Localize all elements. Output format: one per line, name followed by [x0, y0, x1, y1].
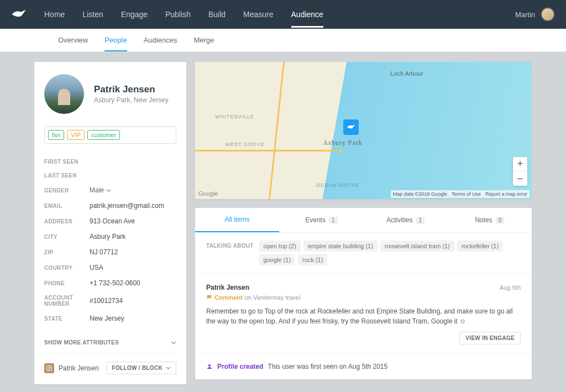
tag-fan[interactable]: fan — [48, 130, 64, 140]
map-zoom-out[interactable]: − — [513, 171, 527, 186]
nav-publish[interactable]: Publish — [165, 1, 191, 28]
feed-type: Comment on Vandermay travel — [206, 294, 300, 301]
map-terms-link[interactable]: Terms of Use — [452, 191, 481, 197]
subnav-overview[interactable]: Overview — [58, 29, 88, 51]
tab-activities-count: 1 — [416, 217, 425, 224]
subnav-merge[interactable]: Merge — [193, 29, 214, 51]
map-zoom-in[interactable]: + — [513, 157, 527, 171]
attr-last-seen-label: LAST SEEN — [44, 173, 90, 179]
topic-tag[interactable]: rock (1) — [298, 254, 327, 265]
nav-engage[interactable]: Engage — [121, 1, 148, 28]
talking-about-tags: open top (2) empire state building (1) r… — [259, 241, 521, 265]
nav-measure[interactable]: Measure — [243, 1, 273, 28]
tab-all-items[interactable]: All items — [195, 208, 279, 232]
activity-tabs: All items Events1 Activities1 Notes0 — [195, 208, 532, 233]
nav-listen[interactable]: Listen — [82, 1, 103, 28]
topic-tag[interactable]: google (1) — [259, 254, 296, 265]
tab-events-label: Events — [305, 216, 326, 224]
attr-country-label: COUNTRY — [44, 265, 90, 271]
map-view[interactable]: Asbury Park Loch Arbour WHITESVILLE WEST… — [195, 62, 532, 199]
tag-input[interactable]: fan VIP customer — [44, 126, 176, 144]
user-menu[interactable]: Martin — [515, 7, 555, 22]
chevron-down-icon — [106, 188, 111, 193]
nav-home[interactable]: Home — [44, 1, 65, 28]
comment-icon — [206, 294, 212, 300]
gender-select[interactable]: Male — [90, 186, 111, 194]
map-place4-label: WEST GROVE — [226, 142, 265, 147]
map-place2-label: Loch Arbour — [390, 70, 423, 77]
attr-city-label: CITY — [44, 234, 90, 240]
nav-audience[interactable]: Audience — [291, 1, 323, 28]
tab-notes[interactable]: Notes0 — [448, 208, 532, 232]
show-more-label: SHOW MORE ATTRIBUTES — [44, 339, 119, 346]
main-column: Asbury Park Loch Arbour WHITESVILLE WEST… — [195, 62, 532, 384]
chevron-down-icon — [171, 340, 176, 346]
attr-email-value: patrik.jensen@gmail.com — [90, 202, 164, 210]
subnav-people[interactable]: People — [104, 29, 127, 51]
social-account-name: Patrik Jensen — [59, 364, 99, 372]
feed-type-label: Comment — [214, 294, 243, 301]
attr-phone-label: PHONE — [44, 280, 90, 286]
map-pin-icon — [343, 119, 359, 135]
attr-address-value: 913 Ocean Ave — [90, 217, 135, 225]
tab-events[interactable]: Events1 — [279, 208, 363, 232]
attr-state-label: STATE — [44, 316, 90, 322]
show-more-attributes[interactable]: SHOW MORE ATTRIBUTES — [44, 334, 176, 353]
profile-sidebar: Patrik Jensen Asbury Park, New Jersey fa… — [34, 62, 186, 384]
attr-email-label: EMAIL — [44, 203, 90, 209]
talking-about-section: TALKING ABOUT open top (2) empire state … — [195, 233, 532, 274]
topic-tag[interactable]: roosevelt island tram (1) — [380, 241, 454, 252]
profile-avatar-icon — [44, 74, 84, 114]
activity-panel: All items Events1 Activities1 Notes0 TAL… — [195, 208, 532, 379]
follow-block-button[interactable]: FOLLOW / BLOCK — [107, 362, 176, 374]
view-in-engage-button[interactable]: VIEW IN ENGAGE — [459, 332, 521, 344]
google-logo: Google — [198, 190, 218, 197]
instagram-icon — [44, 363, 54, 373]
map-place5-label: OCEAN GROVE — [316, 182, 359, 188]
chevron-down-icon — [166, 365, 171, 370]
top-nav: Home Listen Engage Publish Build Measure… — [0, 0, 566, 29]
profile-location: Asbury Park, New Jersey — [94, 96, 169, 104]
attr-first-seen-label: FIRST SEEN — [44, 159, 90, 165]
user-avatar-icon — [541, 7, 555, 22]
tab-activities[interactable]: Activities1 — [364, 208, 448, 232]
feed-on-text: on Vandermay travel — [245, 294, 301, 301]
user-icon — [206, 363, 213, 370]
attr-address-label: ADDRESS — [44, 218, 90, 224]
tag-customer[interactable]: customer — [87, 130, 120, 140]
feed-date: Aug 5th — [500, 284, 521, 291]
map-place3-label: WHITESVILLE — [216, 114, 255, 119]
svg-point-2 — [50, 366, 51, 367]
tab-notes-label: Notes — [475, 216, 492, 224]
svg-rect-0 — [47, 365, 52, 370]
profile-header: Patrik Jensen Asbury Park, New Jersey — [44, 74, 176, 114]
gender-value: Male — [90, 186, 104, 194]
map-zoom-control: + − — [513, 157, 527, 186]
feed-body: Remember to go to Top of the rock at Roc… — [206, 306, 521, 326]
topic-tag[interactable]: empire state building (1) — [303, 241, 378, 252]
user-name: Martin — [515, 11, 535, 19]
brand-logo — [11, 9, 27, 20]
attr-city-value: Asbury Park — [90, 233, 125, 241]
subnav-audiences[interactable]: Audiences — [144, 29, 177, 51]
topic-tag[interactable]: open top (2) — [259, 241, 301, 252]
profile-created-text: This user was first seen on Aug 5th 2015 — [268, 363, 387, 370]
attr-gender-label: GENDER — [44, 187, 90, 194]
tag-vip[interactable]: VIP — [67, 130, 85, 140]
feed-author: Patrik Jensen — [206, 284, 249, 291]
attr-zip-value: NJ 07712 — [90, 248, 118, 256]
talking-about-label: TALKING ABOUT — [206, 241, 254, 249]
svg-point-1 — [48, 367, 50, 369]
attr-state-value: New Jersey — [90, 315, 124, 322]
tab-notes-count: 0 — [496, 217, 505, 224]
nav-build[interactable]: Build — [208, 1, 226, 28]
topic-tag[interactable]: rockefeller (1) — [457, 241, 503, 252]
attr-account-label: ACCOUNT NUMBER — [44, 295, 90, 307]
tab-all-label: All items — [224, 216, 249, 223]
top-nav-links: Home Listen Engage Publish Build Measure… — [44, 1, 515, 28]
attr-country-value: USA — [90, 264, 103, 271]
attr-zip-label: ZIP — [44, 249, 90, 255]
sub-nav: Overview People Audiences Merge — [0, 29, 566, 52]
profile-name: Patrik Jensen — [94, 84, 169, 95]
map-report-link[interactable]: Report a map error — [485, 191, 527, 197]
